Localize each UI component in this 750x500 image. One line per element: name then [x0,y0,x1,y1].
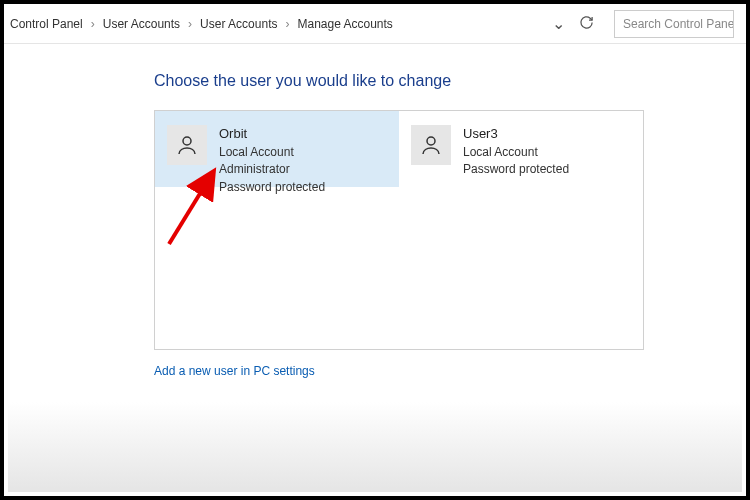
nav-actions: ⌄ Search Control Panel [552,10,740,38]
svg-point-1 [427,137,435,145]
account-name: Orbit [219,125,325,144]
account-details: Orbit Local Account Administrator Passwo… [219,125,325,196]
account-role: Administrator [219,161,325,178]
breadcrumb-item[interactable]: User Accounts [200,17,277,31]
breadcrumb-item[interactable]: Control Panel [10,17,83,31]
account-name: User3 [463,125,569,144]
account-type: Local Account [219,144,325,161]
account-card-user3[interactable]: User3 Local Account Password protected [399,111,643,349]
accounts-panel: Orbit Local Account Administrator Passwo… [154,110,644,350]
search-placeholder: Search Control Panel [623,17,734,31]
add-user-link[interactable]: Add a new user in PC settings [154,364,315,378]
breadcrumb[interactable]: Control Panel › User Accounts › User Acc… [10,17,552,31]
chevron-right-icon: › [188,17,192,31]
gradient-fade [8,402,742,492]
page-title: Choose the user you would like to change [154,72,722,90]
account-card-orbit[interactable]: Orbit Local Account Administrator Passwo… [155,111,399,187]
address-bar: Control Panel › User Accounts › User Acc… [4,4,746,44]
chevron-right-icon: › [285,17,289,31]
search-input[interactable]: Search Control Panel [614,10,734,38]
chevron-down-icon[interactable]: ⌄ [552,14,565,33]
account-details: User3 Local Account Password protected [463,125,569,179]
svg-point-0 [183,137,191,145]
account-status: Password protected [219,179,325,196]
main-content: Choose the user you would like to change… [4,44,746,379]
avatar [167,125,207,165]
chevron-right-icon: › [91,17,95,31]
breadcrumb-item[interactable]: Manage Accounts [297,17,392,31]
refresh-icon[interactable] [579,15,594,33]
account-type: Local Account [463,144,569,161]
account-status: Password protected [463,161,569,178]
user-icon [175,133,199,157]
user-icon [419,133,443,157]
breadcrumb-item[interactable]: User Accounts [103,17,180,31]
avatar [411,125,451,165]
